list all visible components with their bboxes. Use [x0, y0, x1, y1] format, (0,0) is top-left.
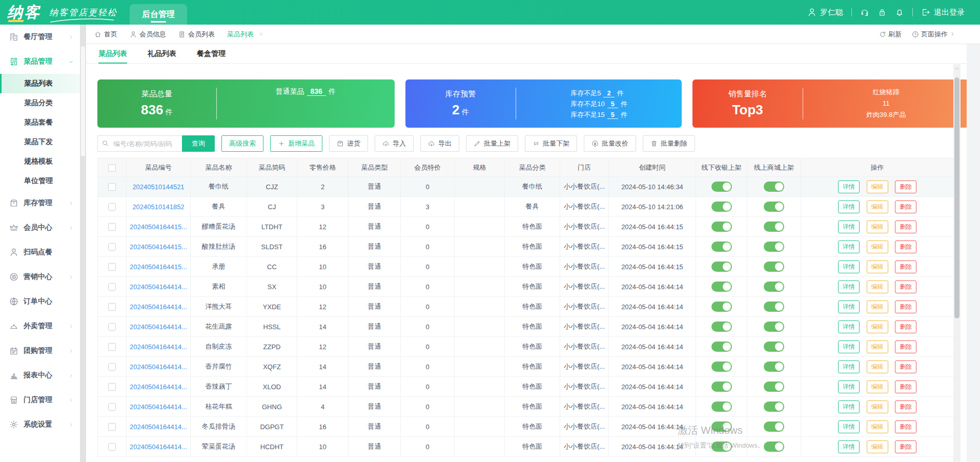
advanced-search-button[interactable]: 高级搜索: [221, 135, 263, 152]
detail-button[interactable]: 详情: [838, 300, 860, 313]
sidebar-item-order-center[interactable]: 订单中心: [0, 289, 80, 314]
offline-pos-toggle[interactable]: [711, 322, 732, 332]
content-tab-dish-list[interactable]: 菜品列表: [98, 44, 127, 64]
lock-screen-icon[interactable]: [877, 8, 887, 17]
vertical-scrollbar[interactable]: [953, 64, 961, 462]
row-checkbox[interactable]: [108, 243, 116, 251]
normal-dishes-count[interactable]: 836: [307, 87, 326, 96]
delete-button[interactable]: 删除: [895, 320, 916, 333]
online-mall-toggle[interactable]: [764, 342, 784, 352]
online-mall-toggle[interactable]: [764, 182, 784, 192]
delete-button[interactable]: 删除: [895, 220, 916, 233]
online-mall-toggle[interactable]: [764, 401, 784, 412]
offline-pos-toggle[interactable]: [711, 262, 732, 272]
dish-id-link[interactable]: 20240504164414...: [130, 343, 187, 351]
search-input[interactable]: [97, 135, 182, 152]
detail-button[interactable]: 详情: [838, 280, 860, 293]
delete-button[interactable]: 删除: [895, 420, 916, 433]
detail-button[interactable]: 详情: [838, 420, 860, 433]
online-mall-toggle[interactable]: [764, 322, 784, 332]
select-all-checkbox[interactable]: [108, 164, 116, 172]
dish-id-link[interactable]: 20240510141852: [132, 203, 184, 211]
edit-button[interactable]: 编辑: [867, 300, 888, 313]
support-headset-icon[interactable]: [860, 8, 869, 17]
batch-onshelf-button[interactable]: 批量上架: [466, 135, 518, 152]
detail-button[interactable]: 详情: [838, 340, 860, 353]
stock-warning-count[interactable]: 5: [607, 100, 618, 108]
row-checkbox[interactable]: [108, 343, 116, 351]
sidebar-item-takeout-mgmt[interactable]: 外卖管理: [0, 314, 80, 338]
row-checkbox[interactable]: [108, 363, 116, 371]
row-checkbox[interactable]: [108, 383, 116, 391]
sidebar-item-dish-mgmt[interactable]: 菜品管理: [0, 49, 80, 74]
detail-button[interactable]: 详情: [838, 400, 860, 413]
edit-button[interactable]: 编辑: [867, 260, 888, 273]
row-checkbox[interactable]: [108, 203, 116, 211]
online-mall-toggle[interactable]: [764, 302, 784, 312]
sidebar-item-restaurant-mgmt[interactable]: 餐厅管理: [0, 25, 80, 49]
sidebar-item-scan-order[interactable]: 扫码点餐: [0, 240, 80, 265]
dish-id-link[interactable]: 20240504164415...: [130, 243, 187, 251]
offline-pos-toggle[interactable]: [711, 361, 732, 372]
dish-id-link[interactable]: 20240504164414...: [130, 283, 187, 291]
batch-reprice-button[interactable]: 批量改价: [584, 135, 636, 152]
sidebar-subitem-dish-combo[interactable]: 菜品套餐: [0, 113, 80, 132]
detail-button[interactable]: 详情: [838, 380, 860, 393]
add-dish-button[interactable]: 新增菜品: [270, 135, 322, 152]
logout-button[interactable]: 退出登录: [921, 8, 965, 17]
edit-button[interactable]: 编辑: [867, 440, 888, 453]
edit-button[interactable]: 编辑: [867, 360, 888, 373]
sidebar-subitem-unit-mgmt[interactable]: 单位管理: [0, 171, 80, 191]
vertical-scrollbar-thumb[interactable]: [954, 77, 959, 318]
sidebar-subitem-dish-category[interactable]: 菜品分类: [0, 93, 80, 113]
batch-delete-button[interactable]: 批量删除: [643, 135, 695, 152]
offline-pos-toggle[interactable]: [711, 381, 732, 392]
user-menu[interactable]: 罗仁聪: [807, 8, 843, 17]
offline-pos-toggle[interactable]: [711, 342, 732, 352]
detail-button[interactable]: 详情: [838, 320, 860, 333]
row-checkbox[interactable]: [108, 183, 116, 191]
scroll-up-arrow-icon[interactable]: [953, 64, 961, 71]
row-checkbox[interactable]: [108, 323, 116, 331]
sidebar-item-inventory-mgmt[interactable]: 库存管理: [0, 191, 80, 215]
page-tab-dish-list[interactable]: 菜品列表: [227, 30, 264, 39]
delete-button[interactable]: 删除: [895, 280, 916, 293]
page-tab-member-info[interactable]: 会员信息: [130, 30, 166, 39]
page-operations-button[interactable]: 页面操作: [912, 30, 955, 39]
dish-id-link[interactable]: 20240504164415...: [130, 263, 187, 271]
delete-button[interactable]: 删除: [895, 440, 916, 453]
row-checkbox[interactable]: [108, 423, 116, 431]
dish-id-link[interactable]: 20240504164414...: [130, 423, 187, 431]
delete-button[interactable]: 删除: [895, 200, 916, 213]
query-button[interactable]: 查询: [182, 135, 215, 152]
offline-pos-toggle[interactable]: [711, 242, 732, 252]
online-mall-toggle[interactable]: [764, 282, 784, 292]
row-checkbox[interactable]: [108, 283, 116, 291]
dish-id-link[interactable]: 20240504164414...: [130, 323, 187, 331]
edit-button[interactable]: 编辑: [867, 340, 888, 353]
sidebar-item-store-mgmt[interactable]: 门店管理: [0, 388, 80, 412]
edit-button[interactable]: 编辑: [867, 320, 888, 333]
page-tab-member-list[interactable]: 会员列表: [178, 30, 215, 39]
page-tab-home[interactable]: 首页: [94, 30, 117, 39]
detail-button[interactable]: 详情: [838, 200, 860, 213]
detail-button[interactable]: 详情: [838, 180, 860, 193]
detail-button[interactable]: 详情: [838, 240, 860, 253]
row-checkbox[interactable]: [108, 223, 116, 231]
content-tab-mealbox-mgmt[interactable]: 餐盒管理: [197, 44, 226, 64]
delete-button[interactable]: 删除: [895, 360, 916, 373]
sidebar-item-member-center[interactable]: 会员中心: [0, 215, 80, 240]
dish-id-link[interactable]: 20240504164414...: [130, 443, 187, 451]
offline-pos-toggle[interactable]: [711, 202, 732, 212]
offline-pos-toggle[interactable]: [711, 401, 732, 412]
online-mall-toggle[interactable]: [764, 441, 784, 452]
offline-pos-toggle[interactable]: [711, 182, 732, 192]
delete-button[interactable]: 删除: [895, 300, 916, 313]
row-checkbox[interactable]: [108, 443, 116, 451]
online-mall-toggle[interactable]: [764, 361, 784, 372]
online-mall-toggle[interactable]: [764, 202, 784, 212]
sidebar-item-marketing-center[interactable]: 营销中心: [0, 265, 80, 289]
stock-warning-count[interactable]: 2: [603, 89, 614, 97]
close-icon[interactable]: [258, 31, 264, 37]
dish-id-link[interactable]: 20240510144521: [132, 183, 184, 191]
